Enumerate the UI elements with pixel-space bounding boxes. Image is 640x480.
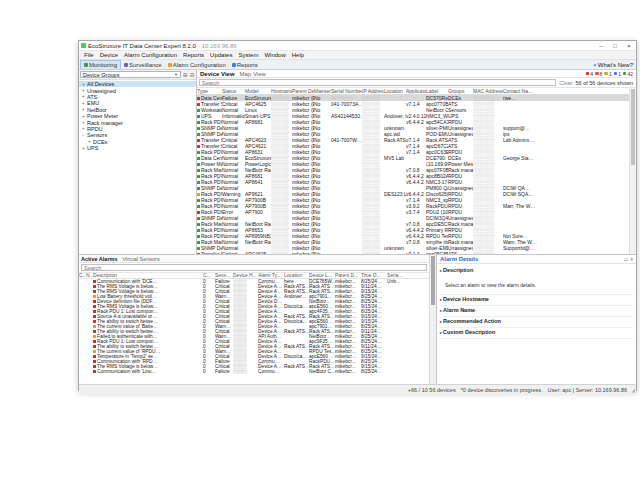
column-header[interactable]: Time O... — [361, 273, 387, 278]
column-header[interactable]: Device L... — [309, 273, 335, 278]
table-row[interactable]: Communication with 'Linu…0Failure▒▒▒▒Com… — [79, 369, 429, 374]
tree-expander-icon[interactable]: + — [88, 139, 92, 144]
panel-menu-icon[interactable]: ▾ — [630, 256, 633, 262]
collapse-all-icon[interactable]: ⊟ — [189, 72, 195, 78]
column-header[interactable]: Alarm Ty... — [258, 273, 284, 278]
close-icon[interactable]: × — [622, 41, 636, 50]
column-header[interactable]: Contact Na... — [503, 88, 629, 94]
device-groups-combobox-label: Device Groups — [83, 72, 119, 78]
device-search-input[interactable] — [199, 79, 556, 86]
device-table-rows: Data CenterFailureEcoStruxure …▒▒▒▒▒mike… — [197, 95, 629, 254]
column-header[interactable]: Seve... — [215, 273, 233, 278]
column-header[interactable]: Maintenanc... — [314, 88, 331, 94]
cell: unknown — [384, 245, 406, 251]
tree-expander-icon[interactable]: + — [82, 146, 86, 151]
perspective-tab-alarm-configuration[interactable]: Alarm Configuration — [165, 60, 229, 69]
tree-expander-icon[interactable]: + — [82, 120, 86, 125]
menu-item-file[interactable]: File — [81, 52, 97, 58]
window-title-server: - 10.169.96.86 — [198, 43, 237, 49]
column-header[interactable]: IP Address — [362, 88, 384, 94]
column-header[interactable]: Parent D... — [335, 273, 361, 278]
column-header[interactable]: Hostname — [271, 88, 292, 94]
column-header[interactable]: Label — [426, 88, 448, 94]
device-table-scrollbar[interactable] — [629, 88, 636, 254]
column-header[interactable]: Model — [245, 88, 271, 94]
tree-expander-icon[interactable]: + — [82, 114, 86, 119]
alarm-table-scrollbar[interactable] — [429, 255, 436, 384]
column-header[interactable]: Type — [197, 88, 222, 94]
minimize-icon[interactable]: – — [594, 41, 608, 50]
alarm-severity-icon — [93, 370, 96, 373]
menu-item-help[interactable]: Help — [289, 52, 307, 58]
status-badge-count: 1 — [609, 71, 612, 77]
chevron-down-icon: ▼ — [174, 72, 178, 77]
perspective-tab-reports[interactable]: Reports — [229, 60, 261, 69]
device-groups-combobox[interactable]: Device Groups ▼ — [80, 71, 181, 78]
column-header[interactable]: C... — [79, 273, 86, 278]
scrollbar-thumb[interactable] — [631, 89, 635, 165]
column-header[interactable]: Groups — [448, 88, 473, 94]
section-label[interactable]: ▸Device Hostname — [440, 296, 633, 302]
tab-virtual-sensors[interactable]: Virtual Sensors — [122, 256, 159, 262]
sidebar-item-ups[interactable]: +UPS — [79, 145, 196, 151]
tree-expander-icon[interactable]: + — [82, 107, 86, 112]
tree-expander-icon[interactable]: + — [82, 101, 86, 106]
tree-expander-icon[interactable]: + — [82, 88, 86, 93]
tab-active-alarms[interactable]: Active Alarms — [81, 256, 117, 262]
monitoring-icon — [84, 63, 88, 67]
cell: Disco/ca… — [284, 354, 309, 359]
menu-item-window[interactable]: Window — [261, 52, 288, 58]
column-header[interactable]: Location — [284, 273, 309, 278]
minimize-panel-icon[interactable]: ▭ — [624, 256, 629, 262]
column-header[interactable]: C... — [203, 273, 215, 278]
section-label[interactable]: ▸Description — [440, 267, 633, 273]
add-device-group-icon[interactable]: ⊞ — [182, 72, 188, 78]
status-badge-normal[interactable]: 42 — [623, 71, 633, 77]
tree-expander-icon[interactable]: − — [82, 133, 86, 138]
perspective-tab-monitoring[interactable]: Monitoring — [80, 60, 121, 69]
scrollbar-thumb[interactable] — [431, 256, 435, 305]
section-label[interactable]: ▸Recommended Action — [440, 318, 633, 324]
menu-bar: FileDeviceAlarm ConfigurationReportsUpda… — [79, 51, 636, 60]
cell: 8/25/24… — [361, 369, 387, 374]
section-label[interactable]: ▸Custom Description — [440, 329, 633, 335]
tab-device-view[interactable]: Device View — [200, 71, 235, 77]
column-header[interactable]: MAC Address — [473, 88, 503, 94]
menu-item-system[interactable]: System — [235, 52, 261, 58]
cell: v3.7.4 — [406, 209, 426, 215]
whats-new-link[interactable]: ✦What's New? — [593, 60, 636, 69]
column-header[interactable]: Location — [384, 88, 406, 94]
device-status-icon — [197, 211, 200, 214]
menu-item-updates[interactable]: Updates — [207, 52, 235, 58]
column-header[interactable]: Status — [222, 88, 245, 94]
section-label[interactable]: ▸Alarm Name — [440, 307, 633, 313]
column-header[interactable]: Application — [406, 88, 426, 94]
menu-item-alarm-configuration[interactable]: Alarm Configuration — [121, 52, 180, 58]
column-header[interactable]: Device H... — [233, 273, 258, 278]
status-badge-critical[interactable]: 4 — [586, 71, 593, 77]
menu-item-device[interactable]: Device — [97, 52, 121, 58]
cell: ▒▒▒▒ — [233, 369, 258, 374]
column-header[interactable]: Serial Number — [331, 88, 362, 94]
column-header[interactable]: N... — [86, 273, 93, 278]
maximize-icon[interactable]: □ — [608, 41, 622, 50]
clear-search-button[interactable]: Clear — [559, 80, 572, 86]
resize-grip[interactable]: ◢ — [631, 387, 635, 393]
alarm-search-input[interactable] — [81, 264, 427, 271]
status-badge-informational[interactable]: 1 — [614, 71, 621, 77]
perspective-tab-surveillance[interactable]: Surveillance — [121, 60, 165, 69]
tree-expander-icon[interactable]: + — [82, 82, 86, 87]
alarm-severity-icon — [93, 335, 96, 338]
device-status-icon — [197, 223, 200, 226]
menu-item-reports[interactable]: Reports — [180, 52, 207, 58]
column-header[interactable]: Parent Device — [292, 88, 314, 94]
status-badge-error[interactable]: 8 — [595, 71, 602, 77]
cell: 0 — [203, 369, 215, 374]
column-header[interactable]: Seria... — [387, 273, 429, 278]
tab-map-view[interactable]: Map View — [240, 71, 266, 77]
status-badge-warning[interactable]: 1 — [604, 71, 611, 77]
column-header[interactable]: Description — [93, 273, 203, 278]
tree-expander-icon[interactable]: + — [82, 94, 86, 99]
tree-expander-icon[interactable]: + — [82, 126, 86, 131]
device-status-icon — [197, 205, 200, 208]
